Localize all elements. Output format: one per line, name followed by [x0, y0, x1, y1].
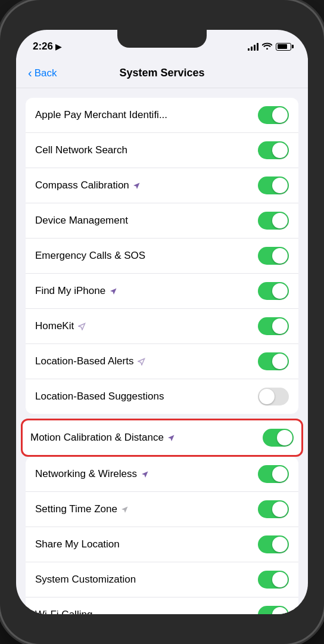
toggle-switch[interactable] [258, 282, 289, 300]
row-label-apple-pay: Apple Pay Merchant Identifi... [35, 109, 167, 121]
row-label-location-suggestions: Location-Based Suggestions [35, 391, 164, 402]
toggle-switch[interactable] [258, 571, 289, 589]
row-left: Setting Time Zone [35, 503, 258, 515]
row-right [258, 282, 289, 300]
row-left: HomeKit [35, 320, 258, 332]
row-left: Find My iPhone [35, 285, 258, 297]
toggle-switch[interactable] [258, 177, 289, 194]
location-arrow-icon [141, 470, 149, 478]
highlighted-setting-row: Motion Calibration & Distance [21, 419, 303, 457]
row-right [258, 212, 289, 230]
row-left: Networking & Wireless [35, 468, 258, 480]
row-label-motion-calibration: Motion Calibration & Distance [30, 432, 164, 444]
toggle-switch[interactable] [258, 317, 289, 335]
location-arrow-icon [167, 434, 176, 442]
row-label-wifi-calling: Wi-Fi Calling [35, 609, 92, 614]
row-label-compass-calibration: Compass Calibration [35, 179, 129, 191]
row-right [258, 500, 289, 518]
toggle-switch[interactable] [258, 212, 289, 230]
settings-row-networking-wireless: Networking & Wireless [26, 457, 298, 492]
settings-row-homekit: HomeKit [26, 309, 298, 344]
row-right [258, 106, 289, 124]
row-label-find-my-iphone: Find My iPhone [35, 285, 105, 297]
row-label-system-customization: System Customization [35, 574, 136, 586]
row-right [258, 352, 289, 370]
settings-row-system-customization: System Customization [26, 562, 298, 597]
row-right [258, 141, 289, 159]
battery-icon [276, 43, 291, 51]
row-right [258, 571, 289, 589]
wifi-icon [262, 42, 272, 51]
notch [117, 30, 207, 48]
location-arrow-icon [133, 181, 141, 190]
settings-row-location-suggestions: Location-Based Suggestions [26, 379, 298, 414]
location-arrow-gray-icon [121, 505, 129, 513]
toggle-switch[interactable] [258, 352, 289, 370]
nav-bar: ‹ Back System Services [16, 58, 308, 88]
row-label-device-management: Device Management [35, 215, 128, 227]
toggle-switch[interactable] [258, 535, 289, 553]
row-label-homekit: HomeKit [35, 320, 74, 332]
row-label-share-my-location: Share My Location [35, 538, 120, 550]
row-label-setting-time-zone: Setting Time Zone [35, 503, 117, 515]
toggle-switch[interactable] [258, 106, 289, 124]
settings-group: Networking & Wireless Setting Time Zone [26, 457, 298, 614]
row-right [258, 317, 289, 335]
settings-row-emergency-calls: Emergency Calls & SOS [26, 239, 298, 274]
row-left: Apple Pay Merchant Identifi... [35, 109, 258, 121]
location-arrow-outline-icon [77, 322, 86, 330]
status-icons [248, 42, 291, 51]
back-button[interactable]: ‹ Back [28, 67, 57, 79]
row-right [258, 388, 289, 405]
content-area: Apple Pay Merchant Identifi... Cell Netw… [16, 88, 308, 614]
back-label: Back [35, 67, 57, 79]
row-left: System Customization [35, 574, 258, 586]
toggle-switch[interactable] [263, 429, 294, 447]
page-title: System Services [119, 67, 204, 79]
settings-row-compass-calibration: Compass Calibration [26, 168, 298, 203]
settings-row-motion-calibration: Motion Calibration & Distance [23, 420, 301, 455]
row-left: Compass Calibration [35, 179, 258, 191]
toggle-switch[interactable] [258, 388, 289, 405]
row-left: Share My Location [35, 538, 258, 550]
settings-row-location-alerts: Location-Based Alerts [26, 344, 298, 379]
row-right [258, 535, 289, 553]
back-chevron-icon: ‹ [28, 67, 32, 79]
status-time: 2:26 ▶ [33, 41, 61, 52]
settings-group: Apple Pay Merchant Identifi... Cell Netw… [26, 98, 298, 414]
row-left: Device Management [35, 215, 258, 227]
settings-row-find-my-iphone: Find My iPhone [26, 274, 298, 309]
phone-frame: 2:26 ▶ [0, 0, 324, 644]
settings-list: Apple Pay Merchant Identifi... Cell Netw… [16, 98, 308, 614]
toggle-switch[interactable] [258, 606, 289, 614]
row-right [258, 177, 289, 194]
settings-row-device-management: Device Management [26, 203, 298, 239]
location-status-icon: ▶ [55, 42, 61, 51]
location-arrow-outline-icon [137, 357, 145, 366]
toggle-switch[interactable] [258, 141, 289, 159]
location-arrow-icon [109, 287, 117, 295]
row-left: Motion Calibration & Distance [30, 432, 263, 444]
time-display: 2:26 [33, 41, 53, 52]
signal-icon [248, 42, 258, 51]
row-left: Location-Based Alerts [35, 355, 258, 367]
row-left: Wi-Fi Calling [35, 609, 258, 614]
phone-screen: 2:26 ▶ [16, 30, 308, 614]
row-right [263, 429, 294, 447]
settings-row-cell-network: Cell Network Search [26, 133, 298, 168]
settings-row-apple-pay: Apple Pay Merchant Identifi... [26, 98, 298, 133]
row-right [258, 247, 289, 265]
toggle-switch[interactable] [258, 500, 289, 518]
row-label-cell-network: Cell Network Search [35, 144, 127, 156]
toggle-switch[interactable] [258, 247, 289, 265]
settings-row-setting-time-zone: Setting Time Zone [26, 492, 298, 527]
row-left: Cell Network Search [35, 144, 258, 156]
settings-row-wifi-calling: Wi-Fi Calling [26, 597, 298, 614]
row-label-emergency-calls: Emergency Calls & SOS [35, 250, 145, 262]
settings-row-share-my-location: Share My Location [26, 527, 298, 562]
row-label-location-alerts: Location-Based Alerts [35, 355, 133, 367]
toggle-switch[interactable] [258, 465, 289, 483]
row-left: Emergency Calls & SOS [35, 250, 258, 262]
row-right [258, 465, 289, 483]
row-left: Location-Based Suggestions [35, 391, 258, 402]
